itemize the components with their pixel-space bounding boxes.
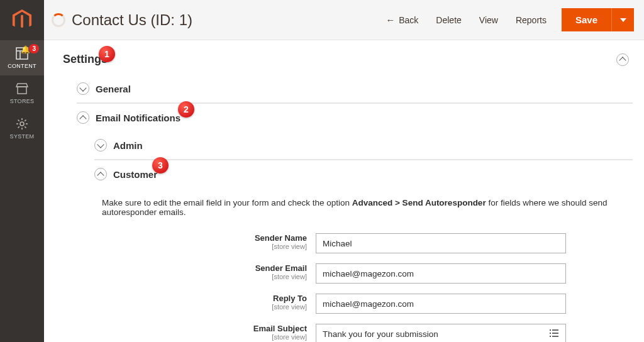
general-title: General <box>96 84 131 94</box>
scope-label: [store view] <box>94 333 307 341</box>
sidebar-item-label: SYSTEM <box>10 133 35 140</box>
email-subject-value: Thank you for your submission <box>323 329 438 339</box>
collapse-toggle[interactable] <box>616 53 629 66</box>
sidebar-item-content[interactable]: CONTENT 🔔 3 <box>0 40 44 75</box>
save-button[interactable]: Save <box>562 8 611 31</box>
settings-title: Settings <box>63 53 108 66</box>
collapse-toggle[interactable] <box>77 82 89 95</box>
admin-sidebar: CONTENT 🔔 3 STORES SYSTEM <box>0 0 44 342</box>
view-button[interactable]: View <box>470 10 507 30</box>
label-sender-email: Sender Email <box>94 263 307 273</box>
input-sender-email[interactable] <box>316 263 566 284</box>
save-dropdown-button[interactable] <box>611 8 634 31</box>
magento-logo[interactable] <box>0 0 44 40</box>
svg-rect-3 <box>18 87 26 94</box>
sidebar-item-system[interactable]: SYSTEM <box>0 111 44 146</box>
email-notifications-title: Email Notifications <box>96 113 180 123</box>
admin-title: Admin <box>113 140 143 151</box>
scope-label: [store view] <box>94 303 307 311</box>
field-reply-to: Reply To [store view] <box>94 289 633 319</box>
arrow-left-icon: ← <box>386 14 395 25</box>
email-notifications-section-header[interactable]: Email Notifications <box>77 103 633 131</box>
chevron-up-icon <box>97 172 104 179</box>
insert-variable-icon[interactable] <box>549 329 559 339</box>
svg-line-10 <box>25 126 26 128</box>
admin-section-header[interactable]: Admin <box>94 131 633 159</box>
sidebar-item-label: STORES <box>10 98 35 104</box>
gear-icon <box>15 117 29 131</box>
scope-label: [store view] <box>94 273 307 280</box>
sidebar-item-label: CONTENT <box>8 63 36 69</box>
back-label: Back <box>399 15 418 25</box>
field-sender-email: Sender Email [store view] <box>94 258 633 289</box>
reports-button[interactable]: Reports <box>507 10 555 30</box>
label-sender-name: Sender Name <box>94 233 307 243</box>
delete-button[interactable]: Delete <box>427 10 470 30</box>
scope-label: [store view] <box>94 243 307 250</box>
sidebar-item-stores[interactable]: STORES <box>0 75 44 111</box>
svg-line-11 <box>25 120 26 121</box>
loading-spinner-icon <box>52 13 65 27</box>
main-area: Contact Us (ID: 1) ← Back Delete View Re… <box>44 0 644 342</box>
field-email-subject: Email Subject [store view] Thank you for… <box>94 319 633 342</box>
input-sender-name[interactable] <box>316 233 566 253</box>
caret-down-icon <box>620 18 626 22</box>
svg-line-9 <box>18 120 19 121</box>
chevron-up-icon <box>79 115 86 122</box>
magento-logo-icon <box>11 9 33 31</box>
svg-point-4 <box>20 122 24 126</box>
chevron-up-icon <box>619 57 626 63</box>
customer-email-form: Sender Name [store view] Sender Email [s… <box>94 224 633 342</box>
input-reply-to[interactable] <box>316 294 566 314</box>
settings-section-header[interactable]: Settings <box>59 49 633 75</box>
input-email-subject[interactable]: Thank you for your submission <box>316 324 566 342</box>
field-sender-name: Sender Name [store view] <box>94 228 633 258</box>
svg-line-12 <box>18 126 19 128</box>
notification-badge: 3 <box>29 44 39 53</box>
label-email-subject: Email Subject <box>94 324 307 333</box>
collapse-toggle[interactable] <box>94 139 107 152</box>
label-reply-to: Reply To <box>94 294 307 303</box>
page-title: Contact Us (ID: 1) <box>72 11 192 29</box>
content: Settings General Email Notifications Adm… <box>44 40 644 342</box>
collapse-toggle[interactable] <box>94 168 107 180</box>
store-icon <box>15 82 29 96</box>
page-header: Contact Us (ID: 1) ← Back Delete View Re… <box>44 0 644 40</box>
collapse-toggle[interactable] <box>77 111 89 124</box>
general-section-header[interactable]: General <box>77 75 633 102</box>
customer-section-header[interactable]: Customer <box>94 160 633 188</box>
chevron-down-icon <box>97 141 104 148</box>
chevron-down-icon <box>79 84 86 91</box>
autoresponder-note: Make sure to edit the email field in you… <box>94 188 633 224</box>
back-button[interactable]: ← Back <box>377 9 427 30</box>
customer-title: Customer <box>113 169 157 180</box>
